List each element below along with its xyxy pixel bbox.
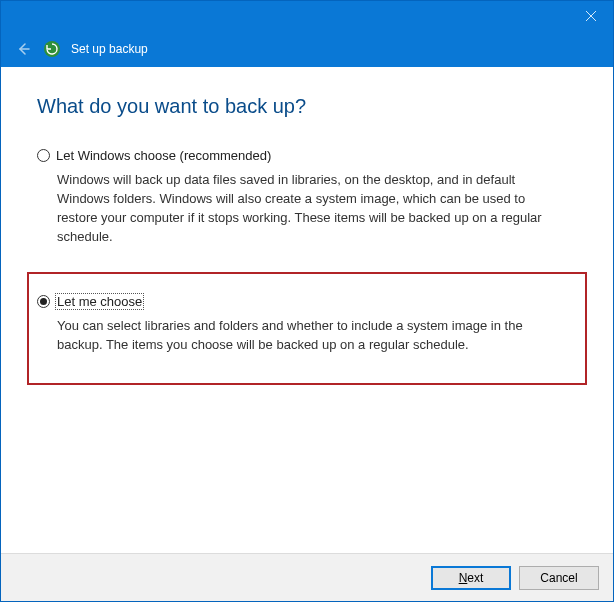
next-button[interactable]: Next [431,566,511,590]
close-button[interactable] [569,1,613,31]
backup-icon [43,40,61,58]
option-description: Windows will back up data files saved in… [57,171,567,246]
header-bar: Set up backup [1,31,613,67]
footer-bar: Next Cancel [1,553,613,601]
option-let-me-choose[interactable]: Let me choose You can select libraries a… [37,292,575,357]
option-label: Let me choose [56,294,143,309]
wizard-window: Set up backup What do you want to back u… [0,0,614,602]
option-description: You can select libraries and folders and… [57,317,567,355]
option-let-windows-choose[interactable]: Let Windows choose (recommended) Windows… [37,146,577,248]
content-area: What do you want to back up? Let Windows… [1,67,613,553]
header-title: Set up backup [71,42,148,56]
back-arrow-icon[interactable] [13,39,33,59]
next-button-rest: ext [467,571,483,585]
radio-let-windows-choose[interactable] [37,149,50,162]
radio-let-me-choose[interactable] [37,295,50,308]
option-label: Let Windows choose (recommended) [56,148,271,163]
highlight-annotation: Let me choose You can select libraries a… [27,272,587,385]
titlebar [1,1,613,31]
cancel-button[interactable]: Cancel [519,566,599,590]
page-heading: What do you want to back up? [37,95,577,118]
